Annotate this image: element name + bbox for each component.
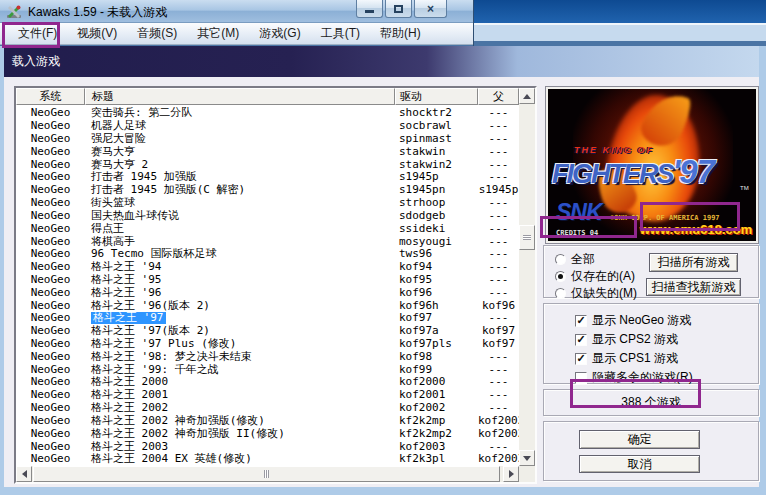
cell-driver: kof96 (395, 287, 478, 299)
checkbox-cps1[interactable]: ✓显示 CPS1 游戏 (575, 350, 678, 367)
cell-system: NeoGeo (16, 351, 85, 363)
game-row-kof97a[interactable]: NeoGeo格斗之王 '97(版本 2)kof97akof97 (16, 325, 519, 338)
column-header-parent[interactable]: 父 (478, 88, 519, 105)
checkbox-icon-hide (575, 372, 587, 384)
menu-item-audio[interactable]: 音频(S) (127, 22, 187, 45)
cell-driver: kof99 (395, 364, 478, 376)
cell-title: 突击骑兵: 第二分队 (85, 107, 395, 119)
game-title: 格斗之王 '95 (91, 274, 162, 286)
game-row-stakwin2[interactable]: NeoGeo赛马大亨 2stakwin2--- (16, 158, 519, 171)
cell-title: 赛马大亨 (85, 146, 395, 158)
scan-new-games-button[interactable]: 扫描查找新游戏 (646, 278, 741, 296)
close-button[interactable]: × (414, 0, 447, 18)
game-title: 格斗之王 '99: 千年之战 (91, 364, 219, 376)
cell-driver: kf2k2mp2 (395, 428, 478, 440)
scrollbar-corner (519, 466, 535, 482)
game-row-stakwin[interactable]: NeoGeo赛马大亨stakwin--- (16, 145, 519, 158)
horizontal-scrollbar[interactable] (16, 466, 519, 482)
cell-driver: tws96 (395, 248, 478, 260)
game-row-kf2k2mp2[interactable]: NeoGeo格斗之王 2002 神奇加强版 II(修改)kf2k2mp2kof2… (16, 427, 519, 440)
horizontal-scroll-thumb[interactable] (33, 466, 500, 482)
cell-system: NeoGeo (16, 159, 85, 171)
game-preview-frame: THE KING OF FIGHTERS '97 TM SNK ©SNK COR… (545, 86, 759, 244)
cell-driver: ssideki (395, 223, 478, 235)
column-header-driver[interactable]: 驱动 (395, 88, 478, 105)
game-row-kof95[interactable]: NeoGeo格斗之王 '95kof95--- (16, 274, 519, 287)
game-title: 赛马大亨 (91, 146, 135, 158)
game-row-kof96[interactable]: NeoGeo格斗之王 '96kof96--- (16, 286, 519, 299)
cell-driver: sdodgeb (395, 210, 478, 222)
menu-item-misc[interactable]: 其它(M) (187, 22, 249, 45)
game-row-kof94[interactable]: NeoGeo格斗之王 '94kof94--- (16, 261, 519, 274)
cell-title: 格斗之王 '99: 千年之战 (85, 364, 395, 376)
scan-all-games-button[interactable]: 扫描所有游戏 (649, 253, 738, 272)
checkbox-hide[interactable]: 隐藏多余的游戏(R) (575, 369, 693, 386)
game-row-kof2001[interactable]: NeoGeo格斗之王 2001kof2001--- (16, 389, 519, 402)
game-title: 格斗之王 2001 (91, 389, 168, 401)
cancel-button[interactable]: 取消 (579, 455, 700, 473)
game-row-s1945p[interactable]: NeoGeo打击者 1945 加强版s1945p--- (16, 171, 519, 184)
radio-present[interactable]: 仅存在的(A) (555, 268, 635, 285)
menu-item-file[interactable]: 文件(F) (8, 22, 67, 45)
cell-title: 格斗之王 '97(版本 2) (85, 325, 395, 337)
scroll-up-button[interactable] (519, 88, 535, 104)
cell-title: 格斗之王 '96(版本 2) (85, 300, 395, 312)
game-row-kof96h[interactable]: NeoGeo格斗之王 '96(版本 2)kof96hkof96 (16, 299, 519, 312)
game-row-kf2k3pl[interactable]: NeoGeo格斗之王 2004 EX 英雄(修改)kf2k3plkof2003 (16, 453, 519, 466)
ok-button[interactable]: 确定 (579, 430, 700, 449)
game-row-shocktr2[interactable]: NeoGeo突击骑兵: 第二分队shocktr2--- (16, 107, 519, 120)
menu-item-video[interactable]: 视频(V) (67, 22, 127, 45)
cell-title: 机器人足球 (85, 120, 395, 132)
menu-item-help[interactable]: 帮助(H) (370, 22, 431, 45)
column-header-title[interactable]: 标题 (85, 88, 395, 105)
cell-driver: kf2k2mp (395, 415, 478, 427)
game-row-spinmast[interactable]: NeoGeo强尼大冒险spinmast--- (16, 133, 519, 146)
scroll-down-button[interactable] (519, 450, 535, 466)
game-row-kof97[interactable]: NeoGeo格斗之王 '97kof97--- (16, 312, 519, 325)
menu-item-tools[interactable]: 工具(T) (311, 22, 370, 45)
cell-system: NeoGeo (16, 133, 85, 145)
vertical-scroll-thumb[interactable] (519, 225, 535, 250)
checkbox-neogeo[interactable]: ✓显示 NeoGeo 游戏 (575, 312, 691, 329)
cell-system: NeoGeo (16, 312, 85, 324)
cell-system: NeoGeo (16, 261, 85, 273)
column-header-system[interactable]: 系统 (16, 88, 85, 105)
game-row-kof2002[interactable]: NeoGeo格斗之王 2002kof2002--- (16, 402, 519, 415)
game-row-kof99[interactable]: NeoGeo格斗之王 '99: 千年之战kof99--- (16, 363, 519, 376)
vertical-scrollbar[interactable] (519, 88, 535, 466)
game-row-tws96[interactable]: NeoGeo96 Tecmo 国际版杯足球tws96--- (16, 248, 519, 261)
game-row-kof97pls[interactable]: NeoGeo格斗之王 '97 Plus (修改)kof97plskof97 (16, 338, 519, 351)
cell-driver: kof2001 (395, 389, 478, 401)
game-row-s1945pn[interactable]: NeoGeo打击者 1945 加强版(C 解密)s1945pns1945p (16, 184, 519, 197)
menu-item-game[interactable]: 游戏(G) (249, 22, 310, 45)
game-row-kf2k2mp[interactable]: NeoGeo格斗之王 2002 神奇加强版(修改)kf2k2mpkof2002 (16, 415, 519, 428)
radio-all[interactable]: 全部 (555, 251, 595, 268)
cell-parent: --- (478, 171, 519, 183)
maximize-button[interactable] (385, 0, 412, 18)
game-row-kof2000[interactable]: NeoGeo格斗之王 2000kof2000--- (16, 376, 519, 389)
scroll-right-button[interactable] (503, 466, 519, 482)
cell-system: NeoGeo (16, 428, 85, 440)
game-row-mosyougi[interactable]: NeoGeo将棋高手mosyougi--- (16, 235, 519, 248)
cell-driver: stakwin2 (395, 159, 478, 171)
game-row-kof2003[interactable]: NeoGeo格斗之王 2003kof2003--- (16, 440, 519, 453)
radio-missing[interactable]: 仅缺失的(M) (555, 285, 637, 302)
cell-title: 格斗之王 '95 (85, 274, 395, 286)
cell-parent: kof2003 (478, 453, 519, 465)
game-row-socbrawl[interactable]: NeoGeo机器人足球socbrawl--- (16, 120, 519, 133)
game-row-strhoop[interactable]: NeoGeo街头篮球strhoop--- (16, 197, 519, 210)
game-title: 突击骑兵: 第二分队 (91, 107, 192, 119)
minimize-button[interactable] (356, 0, 383, 18)
game-row-sdodgeb[interactable]: NeoGeo国夫热血斗球传说sdodgeb--- (16, 210, 519, 223)
cell-title: 街头篮球 (85, 197, 395, 209)
scroll-left-button[interactable] (16, 466, 32, 482)
game-title: 格斗之王 2004 EX 英雄(修改) (91, 453, 252, 465)
game-list: 系统 标题 驱动 父 NeoGeo突击骑兵: 第二分队shocktr2---Ne… (14, 86, 537, 484)
cell-driver: s1945p (395, 171, 478, 183)
checkbox-cps2[interactable]: ✓显示 CPS2 游戏 (575, 331, 678, 348)
cell-parent: --- (478, 287, 519, 299)
game-row-kof98[interactable]: NeoGeo格斗之王 '98: 梦之决斗未结束kof98--- (16, 350, 519, 363)
cell-title: 格斗之王 2000 (85, 376, 395, 388)
cell-system: NeoGeo (16, 338, 85, 350)
game-row-ssideki[interactable]: NeoGeo得点王ssideki--- (16, 222, 519, 235)
